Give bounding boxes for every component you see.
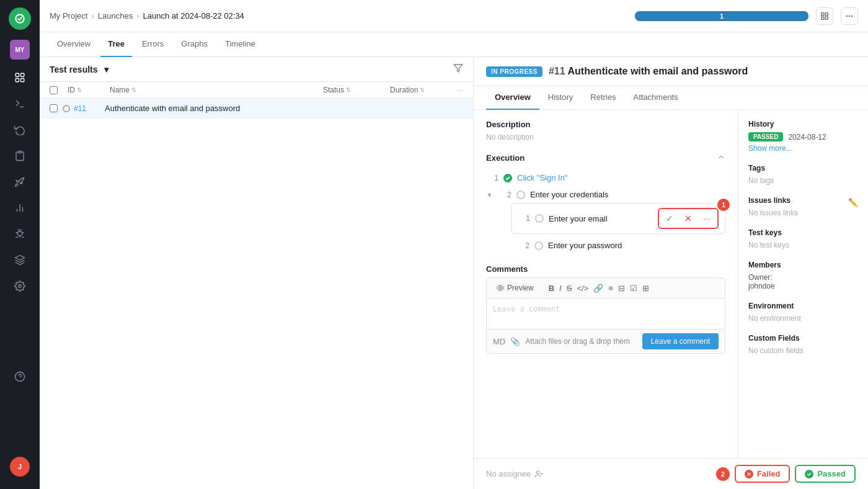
failed-button[interactable]: Failed	[735, 465, 790, 483]
sidebar-icon-settings[interactable]	[9, 275, 31, 297]
attach-icon[interactable]: 📎	[510, 337, 520, 346]
row-checkbox[interactable]	[50, 104, 58, 112]
italic-icon[interactable]: I	[559, 284, 562, 293]
tab-graphs[interactable]: Graphs	[174, 32, 215, 57]
passed-icon	[805, 470, 813, 478]
table-row[interactable]: #11 Authenticate with email and password	[40, 99, 473, 119]
svg-rect-18	[822, 17, 824, 19]
sidebar-icon-clipboard[interactable]	[9, 145, 31, 167]
step-num-2: 2	[499, 191, 512, 199]
collapse-icon[interactable]	[717, 153, 725, 163]
sidebar-icon-rocket[interactable]	[9, 171, 31, 193]
select-all-checkbox[interactable]	[50, 86, 58, 94]
step-status-2	[516, 191, 525, 199]
left-panel: Test results ▾ ID ⇅ Name ⇅	[40, 57, 474, 489]
breadcrumb-sep-1: ›	[91, 11, 94, 20]
sidebar-issues: Issues links ✏️ No issues links	[748, 196, 858, 217]
tab-errors[interactable]: Errors	[135, 32, 171, 57]
sidebar-icon-dashboard[interactable]	[9, 66, 31, 89]
sidebar-history-date: 2024-08-12	[788, 133, 826, 141]
link-icon[interactable]: 🔗	[593, 284, 603, 293]
no-assignee: No assignee	[486, 469, 543, 478]
grid-view-btn[interactable]	[816, 7, 833, 25]
breadcrumb-sep-2: ›	[136, 11, 139, 20]
sidebar-test-keys-label: Test keys	[748, 228, 858, 237]
comments-label: Comments	[486, 264, 725, 274]
tab-overview[interactable]: Overview	[50, 32, 98, 57]
preview-btn[interactable]: Preview	[493, 282, 538, 294]
sidebar: MY J	[0, 0, 40, 489]
right-panel: IN PROGRESS #11 Authenticate with email …	[474, 57, 868, 489]
th-id[interactable]: ID ⇅	[68, 86, 105, 94]
th-status[interactable]: Status ⇅	[323, 86, 385, 94]
detail-tab-overview[interactable]: Overview	[486, 86, 539, 110]
comments-section: Comments Preview B I S </> 🔗	[486, 264, 725, 354]
more-options-btn[interactable]	[841, 7, 858, 25]
tabs-bar: Overview Tree Errors Graphs Timeline	[40, 32, 868, 57]
strikethrough-icon[interactable]: S	[567, 284, 572, 293]
sub-step-text-1: Enter your email	[549, 214, 653, 223]
detail-tab-retries[interactable]: Retries	[582, 86, 624, 110]
detail-tab-history[interactable]: History	[539, 86, 582, 110]
sidebar-icon-bug[interactable]	[9, 223, 31, 245]
app-logo[interactable]	[9, 7, 31, 30]
comment-toolbar-icons: B I S </> 🔗 ≡ ⊟ ☑ ⊞	[549, 284, 649, 293]
detail-tab-attachments[interactable]: Attachments	[624, 86, 686, 110]
edit-icon[interactable]: ✏️	[848, 198, 858, 207]
th-name[interactable]: Name ⇅	[110, 86, 318, 94]
sub-step-text-2: Enter your password	[548, 241, 622, 250]
step-num-1: 1	[486, 174, 498, 182]
main-content: My Project › Launches › Launch at 2024-0…	[40, 0, 868, 489]
failed-label: Failed	[757, 469, 781, 478]
svg-point-24	[536, 470, 539, 473]
expand-step-2[interactable]: ▼	[486, 191, 493, 199]
bold-icon[interactable]: B	[549, 284, 554, 293]
filter-icon[interactable]	[453, 63, 463, 75]
breadcrumb-project[interactable]: My Project	[50, 11, 87, 20]
sidebar-icon-help[interactable]	[9, 366, 31, 388]
detail-title: #11 Authenticate with email and password	[549, 66, 748, 77]
sidebar-owner-label: Owner:	[748, 273, 773, 282]
tab-timeline[interactable]: Timeline	[218, 32, 263, 57]
ordered-list-icon[interactable]: ⊟	[618, 284, 625, 293]
passed-label: Passed	[817, 469, 846, 478]
breadcrumb-launches[interactable]: Launches	[98, 11, 133, 20]
sidebar-icon-terminal[interactable]	[9, 92, 31, 115]
th-duration[interactable]: Duration ⇅	[390, 86, 452, 94]
progress-label: 1	[720, 12, 724, 20]
failed-icon	[745, 470, 753, 478]
sub-step-num-1: 1	[518, 214, 530, 223]
comment-textarea[interactable]: Leave a comment	[486, 298, 725, 330]
execution-label: Execution	[486, 153, 525, 163]
step-more-btn[interactable]: ···	[699, 210, 715, 227]
step-cross-btn[interactable]: ✕	[680, 210, 696, 227]
sidebar-icon-barchart[interactable]	[9, 197, 31, 219]
sidebar-custom-fields-label: Custom Fields	[748, 334, 858, 343]
show-more-link[interactable]: Show more...	[748, 144, 858, 153]
sidebar-icon-layers[interactable]	[9, 249, 31, 271]
project-badge[interactable]: MY	[10, 40, 30, 60]
test-results-title[interactable]: Test results ▾	[50, 65, 108, 74]
passed-button[interactable]: Passed	[795, 465, 856, 483]
sidebar-icon-refresh[interactable]	[9, 119, 31, 141]
column-more-icon[interactable]: ···	[457, 86, 463, 94]
sidebar-owner-val: johndoe	[748, 282, 775, 290]
bullet-list-icon[interactable]: ≡	[608, 284, 613, 293]
topbar-right: 1	[635, 7, 858, 25]
checklist-icon[interactable]: ☑	[630, 284, 637, 293]
svg-point-0	[16, 14, 24, 22]
svg-rect-2	[21, 73, 24, 76]
tab-tree[interactable]: Tree	[100, 32, 132, 57]
table-icon[interactable]: ⊞	[642, 284, 649, 293]
sidebar-environment: Environment No environment	[748, 302, 858, 323]
description-label: Description	[486, 120, 725, 129]
user-avatar[interactable]: J	[10, 457, 30, 477]
sub-step-num-2: 2	[517, 241, 529, 250]
attach-text: Attach files or drag & drop them	[525, 337, 630, 346]
code-icon[interactable]: </>	[577, 284, 588, 293]
sidebar-custom-fields: Custom Fields No custom fields	[748, 334, 858, 355]
leave-comment-btn[interactable]: Leave a comment	[642, 333, 719, 349]
step-check-btn[interactable]: ✓	[662, 210, 678, 227]
sidebar-tags: Tags No tags	[748, 164, 858, 185]
svg-point-21	[851, 15, 852, 16]
